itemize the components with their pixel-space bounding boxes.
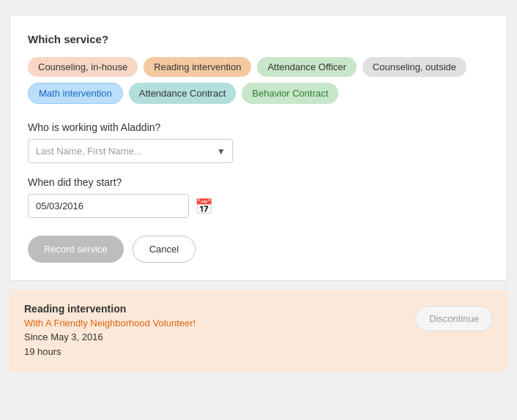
service-form-card: Which service? Counseling, in-house Read… [10,15,507,281]
service-chip-counseling-outside[interactable]: Counseling, outside [362,57,466,77]
cancel-button[interactable]: Cancel [133,236,196,263]
service-chip-counseling-in-house[interactable]: Counseling, in-house [28,57,138,77]
when-section: When did they start? 📅 [28,176,489,218]
date-input[interactable] [28,194,189,218]
service-question: Which service? [28,33,489,45]
who-section: Who is working with Aladdin? Last Name, … [28,121,489,163]
date-wrapper: 📅 [28,194,489,218]
info-card-hours: 19 hours [24,345,196,359]
when-label: When did they start? [28,176,489,188]
info-card-since: Since May 3, 2016 [24,330,196,345]
service-chip-reading-intervention[interactable]: Reading intervention [144,57,251,77]
service-chip-behavior-contract[interactable]: Behavior Contract [242,83,338,104]
record-service-button[interactable]: Record service [28,236,124,263]
service-chip-attendance-officer[interactable]: Attendance Officer [257,57,356,77]
info-card-subtitle: With A Friendly Neighborhood Volunteer! [24,318,196,329]
service-chip-attendance-contract[interactable]: Attendance Contract [129,83,237,104]
info-card-title: Reading intervention [24,303,196,315]
calendar-icon[interactable]: 📅 [195,198,213,215]
who-select-wrapper: Last Name, First Name... ▼ [28,139,233,163]
who-label: Who is working with Aladdin? [28,121,489,133]
discontinue-button[interactable]: Discontinue [415,306,493,331]
service-chip-math-intervention[interactable]: Math intervention [28,83,123,104]
who-select[interactable]: Last Name, First Name... [28,139,233,163]
services-grid: Counseling, in-house Reading interventio… [28,57,489,104]
info-card-text: Reading intervention With A Friendly Nei… [24,303,196,359]
actions-row: Record service Cancel [28,236,489,263]
info-card: Reading intervention With A Friendly Nei… [10,290,507,372]
